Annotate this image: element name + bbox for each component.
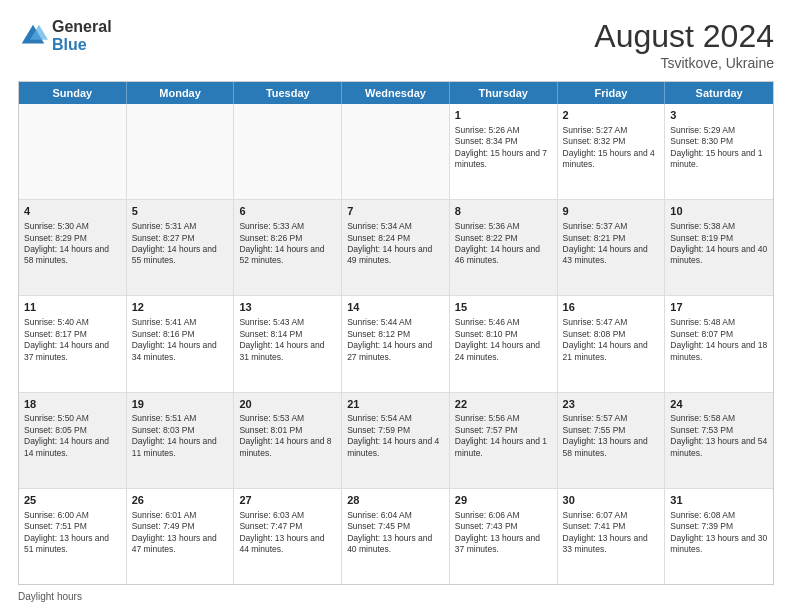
day-info: Sunrise: 5:38 AM Sunset: 8:19 PM Dayligh… <box>670 221 768 267</box>
calendar-cell <box>19 104 127 199</box>
calendar-row-4: 25Sunrise: 6:00 AM Sunset: 7:51 PM Dayli… <box>19 489 773 584</box>
logo-text: General Blue <box>52 18 112 53</box>
day-info: Sunrise: 5:29 AM Sunset: 8:30 PM Dayligh… <box>670 125 768 171</box>
calendar-cell: 30Sunrise: 6:07 AM Sunset: 7:41 PM Dayli… <box>558 489 666 584</box>
title-block: August 2024 Tsvitkove, Ukraine <box>594 18 774 71</box>
day-info: Sunrise: 5:54 AM Sunset: 7:59 PM Dayligh… <box>347 413 444 459</box>
day-number: 20 <box>239 397 336 412</box>
day-number: 2 <box>563 108 660 123</box>
calendar-cell <box>342 104 450 199</box>
calendar-cell: 23Sunrise: 5:57 AM Sunset: 7:55 PM Dayli… <box>558 393 666 488</box>
day-number: 1 <box>455 108 552 123</box>
calendar-row-1: 4Sunrise: 5:30 AM Sunset: 8:29 PM Daylig… <box>19 200 773 296</box>
day-number: 22 <box>455 397 552 412</box>
day-number: 16 <box>563 300 660 315</box>
day-info: Sunrise: 5:34 AM Sunset: 8:24 PM Dayligh… <box>347 221 444 267</box>
day-info: Sunrise: 5:50 AM Sunset: 8:05 PM Dayligh… <box>24 413 121 459</box>
calendar-cell: 1Sunrise: 5:26 AM Sunset: 8:34 PM Daylig… <box>450 104 558 199</box>
calendar-cell: 2Sunrise: 5:27 AM Sunset: 8:32 PM Daylig… <box>558 104 666 199</box>
day-info: Sunrise: 5:57 AM Sunset: 7:55 PM Dayligh… <box>563 413 660 459</box>
header-day-wednesday: Wednesday <box>342 82 450 104</box>
day-number: 4 <box>24 204 121 219</box>
calendar-cell: 9Sunrise: 5:37 AM Sunset: 8:21 PM Daylig… <box>558 200 666 295</box>
footer-text: Daylight hours <box>18 591 82 602</box>
calendar-cell: 24Sunrise: 5:58 AM Sunset: 7:53 PM Dayli… <box>665 393 773 488</box>
calendar-cell: 28Sunrise: 6:04 AM Sunset: 7:45 PM Dayli… <box>342 489 450 584</box>
day-info: Sunrise: 5:58 AM Sunset: 7:53 PM Dayligh… <box>670 413 768 459</box>
day-number: 6 <box>239 204 336 219</box>
header-day-sunday: Sunday <box>19 82 127 104</box>
day-info: Sunrise: 5:56 AM Sunset: 7:57 PM Dayligh… <box>455 413 552 459</box>
calendar-row-2: 11Sunrise: 5:40 AM Sunset: 8:17 PM Dayli… <box>19 296 773 392</box>
day-number: 21 <box>347 397 444 412</box>
day-number: 8 <box>455 204 552 219</box>
calendar: SundayMondayTuesdayWednesdayThursdayFrid… <box>18 81 774 585</box>
day-info: Sunrise: 6:07 AM Sunset: 7:41 PM Dayligh… <box>563 510 660 556</box>
day-number: 17 <box>670 300 768 315</box>
day-number: 29 <box>455 493 552 508</box>
calendar-header: SundayMondayTuesdayWednesdayThursdayFrid… <box>19 82 773 104</box>
day-info: Sunrise: 5:30 AM Sunset: 8:29 PM Dayligh… <box>24 221 121 267</box>
day-info: Sunrise: 5:51 AM Sunset: 8:03 PM Dayligh… <box>132 413 229 459</box>
day-number: 13 <box>239 300 336 315</box>
day-info: Sunrise: 5:53 AM Sunset: 8:01 PM Dayligh… <box>239 413 336 459</box>
day-info: Sunrise: 6:01 AM Sunset: 7:49 PM Dayligh… <box>132 510 229 556</box>
day-number: 31 <box>670 493 768 508</box>
header-day-thursday: Thursday <box>450 82 558 104</box>
day-info: Sunrise: 5:44 AM Sunset: 8:12 PM Dayligh… <box>347 317 444 363</box>
day-number: 28 <box>347 493 444 508</box>
day-info: Sunrise: 6:04 AM Sunset: 7:45 PM Dayligh… <box>347 510 444 556</box>
day-info: Sunrise: 5:37 AM Sunset: 8:21 PM Dayligh… <box>563 221 660 267</box>
calendar-cell: 25Sunrise: 6:00 AM Sunset: 7:51 PM Dayli… <box>19 489 127 584</box>
calendar-cell: 16Sunrise: 5:47 AM Sunset: 8:08 PM Dayli… <box>558 296 666 391</box>
logo-icon <box>18 21 48 51</box>
day-info: Sunrise: 5:48 AM Sunset: 8:07 PM Dayligh… <box>670 317 768 363</box>
calendar-cell: 8Sunrise: 5:36 AM Sunset: 8:22 PM Daylig… <box>450 200 558 295</box>
day-info: Sunrise: 6:00 AM Sunset: 7:51 PM Dayligh… <box>24 510 121 556</box>
day-number: 26 <box>132 493 229 508</box>
calendar-cell: 5Sunrise: 5:31 AM Sunset: 8:27 PM Daylig… <box>127 200 235 295</box>
logo-blue-text: Blue <box>52 36 112 54</box>
day-number: 10 <box>670 204 768 219</box>
calendar-cell: 31Sunrise: 6:08 AM Sunset: 7:39 PM Dayli… <box>665 489 773 584</box>
day-info: Sunrise: 5:36 AM Sunset: 8:22 PM Dayligh… <box>455 221 552 267</box>
calendar-cell: 26Sunrise: 6:01 AM Sunset: 7:49 PM Dayli… <box>127 489 235 584</box>
day-number: 7 <box>347 204 444 219</box>
day-info: Sunrise: 5:33 AM Sunset: 8:26 PM Dayligh… <box>239 221 336 267</box>
calendar-cell: 4Sunrise: 5:30 AM Sunset: 8:29 PM Daylig… <box>19 200 127 295</box>
day-number: 14 <box>347 300 444 315</box>
calendar-cell: 15Sunrise: 5:46 AM Sunset: 8:10 PM Dayli… <box>450 296 558 391</box>
header-day-saturday: Saturday <box>665 82 773 104</box>
calendar-cell: 21Sunrise: 5:54 AM Sunset: 7:59 PM Dayli… <box>342 393 450 488</box>
logo-general-text: General <box>52 18 112 36</box>
day-number: 11 <box>24 300 121 315</box>
calendar-row-0: 1Sunrise: 5:26 AM Sunset: 8:34 PM Daylig… <box>19 104 773 200</box>
day-info: Sunrise: 5:46 AM Sunset: 8:10 PM Dayligh… <box>455 317 552 363</box>
day-number: 18 <box>24 397 121 412</box>
calendar-row-3: 18Sunrise: 5:50 AM Sunset: 8:05 PM Dayli… <box>19 393 773 489</box>
calendar-cell: 12Sunrise: 5:41 AM Sunset: 8:16 PM Dayli… <box>127 296 235 391</box>
calendar-cell <box>127 104 235 199</box>
day-info: Sunrise: 5:40 AM Sunset: 8:17 PM Dayligh… <box>24 317 121 363</box>
day-info: Sunrise: 6:08 AM Sunset: 7:39 PM Dayligh… <box>670 510 768 556</box>
day-number: 30 <box>563 493 660 508</box>
day-info: Sunrise: 5:47 AM Sunset: 8:08 PM Dayligh… <box>563 317 660 363</box>
calendar-cell: 19Sunrise: 5:51 AM Sunset: 8:03 PM Dayli… <box>127 393 235 488</box>
day-info: Sunrise: 6:03 AM Sunset: 7:47 PM Dayligh… <box>239 510 336 556</box>
day-number: 24 <box>670 397 768 412</box>
day-info: Sunrise: 5:31 AM Sunset: 8:27 PM Dayligh… <box>132 221 229 267</box>
day-number: 19 <box>132 397 229 412</box>
day-number: 9 <box>563 204 660 219</box>
page: General Blue August 2024 Tsvitkove, Ukra… <box>0 0 792 612</box>
logo: General Blue <box>18 18 112 53</box>
footer: Daylight hours <box>18 591 774 602</box>
day-number: 5 <box>132 204 229 219</box>
day-info: Sunrise: 5:26 AM Sunset: 8:34 PM Dayligh… <box>455 125 552 171</box>
header: General Blue August 2024 Tsvitkove, Ukra… <box>18 18 774 71</box>
day-number: 27 <box>239 493 336 508</box>
calendar-cell: 14Sunrise: 5:44 AM Sunset: 8:12 PM Dayli… <box>342 296 450 391</box>
calendar-cell: 29Sunrise: 6:06 AM Sunset: 7:43 PM Dayli… <box>450 489 558 584</box>
calendar-cell: 6Sunrise: 5:33 AM Sunset: 8:26 PM Daylig… <box>234 200 342 295</box>
calendar-cell <box>234 104 342 199</box>
day-number: 25 <box>24 493 121 508</box>
